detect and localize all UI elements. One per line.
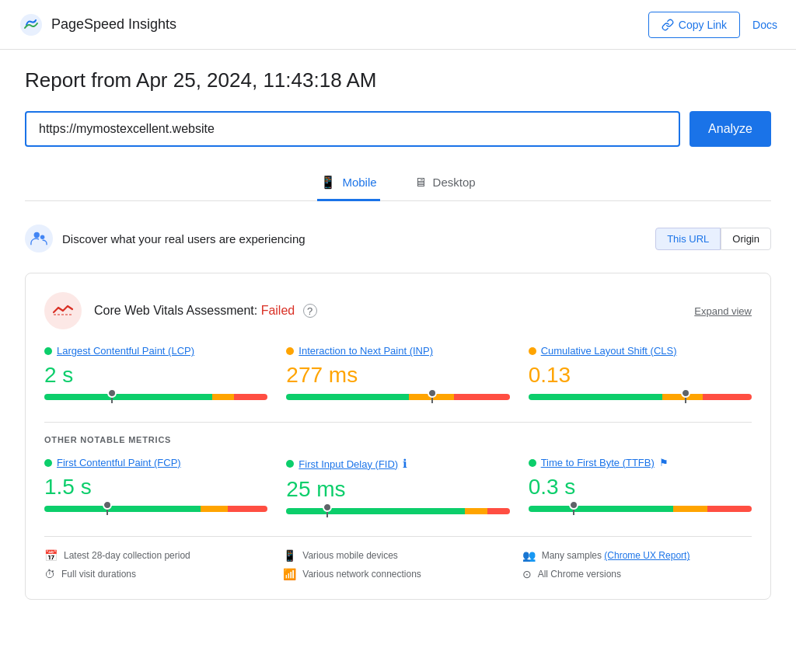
assessment-status: Failed <box>261 304 295 317</box>
metric-dot-inp <box>286 347 294 355</box>
assessment-info-icon[interactable]: ? <box>303 304 317 318</box>
crux-bar: Discover what your real users are experi… <box>25 217 771 260</box>
metric-cls: Cumulative Layout Shift (CLS) 0.13 <box>529 345 752 403</box>
metric-ttfb: Time to First Byte (TTFB) ⚑ 0.3 s <box>529 457 752 517</box>
metric-value-cls: 0.13 <box>529 363 752 388</box>
metric-link-fid[interactable]: First Input Delay (FID) <box>298 458 398 470</box>
metric-link-ttfb[interactable]: Time to First Byte (TTFB) <box>541 457 655 468</box>
metric-dot-fcp <box>44 459 52 467</box>
tab-mobile[interactable]: 📱 Mobile <box>317 169 379 201</box>
metric-bar-fcp <box>44 506 267 512</box>
metric-bar-ttfb <box>529 506 752 512</box>
footer-col-0: 📅 Latest 28-day collection period ⏱ Full… <box>44 549 274 580</box>
metric-bar-track-lcp <box>44 394 267 400</box>
metric-label-fid: First Input Delay (FID) ℹ <box>286 457 509 471</box>
footer-item-2-0: 👥 Many samples (Chrome UX Report) <box>522 549 752 562</box>
metric-fid: First Input Delay (FID) ℹ 25 ms <box>286 457 509 517</box>
bar-orange-lcp <box>212 394 235 400</box>
metric-dot-lcp <box>44 347 52 355</box>
pagespeed-logo <box>19 12 44 37</box>
footer-text-0-1: Full visit durations <box>61 569 136 580</box>
metric-value-fid: 25 ms <box>286 477 509 502</box>
url-bar: Analyze <box>25 111 771 147</box>
footer-item-2-1: ⊙ All Chrome versions <box>522 568 752 580</box>
metric-marker-fcp <box>106 503 108 515</box>
desktop-icon: 🖥 <box>414 176 427 190</box>
footer-text-2-0: Many samples (Chrome UX Report) <box>542 550 690 561</box>
bar-red-ttfb <box>707 506 752 512</box>
footer-item-0-0: 📅 Latest 28-day collection period <box>44 549 274 562</box>
copy-link-label: Copy Link <box>679 19 727 31</box>
other-metrics-grid: First Contentful Paint (FCP) 1.5 s First… <box>44 457 752 517</box>
footer-icon-1-1: 📶 <box>283 568 296 580</box>
footer-icon-0-1: ⏱ <box>44 568 55 580</box>
bar-orange-ttfb <box>673 506 707 512</box>
assessment-title: Core Web Vitals Assessment: Failed ? <box>94 304 317 319</box>
metric-value-ttfb: 0.3 s <box>529 475 752 500</box>
metric-value-inp: 277 ms <box>286 363 509 388</box>
origin-button[interactable]: Origin <box>721 228 771 250</box>
tab-desktop-label: Desktop <box>433 176 476 189</box>
bar-red-fid <box>487 508 510 514</box>
metric-link-fcp[interactable]: First Contentful Paint (FCP) <box>57 457 181 468</box>
metric-bar-track-cls <box>529 394 752 400</box>
footer-info: 📅 Latest 28-day collection period ⏱ Full… <box>44 536 752 580</box>
chrome-ux-link[interactable]: (Chrome UX Report) <box>604 550 690 561</box>
metric-bar-fid <box>286 508 509 514</box>
footer-icon-2-1: ⊙ <box>522 568 532 580</box>
metric-label-ttfb: Time to First Byte (TTFB) ⚑ <box>529 457 752 468</box>
metric-bar-track-fid <box>286 508 509 514</box>
bar-red-lcp <box>234 394 267 400</box>
link-icon <box>662 19 674 31</box>
url-input[interactable] <box>25 111 680 147</box>
app-title: PageSpeed Insights <box>51 16 176 33</box>
metric-inp: Interaction to Next Paint (INP) 277 ms <box>286 345 509 403</box>
metric-link-lcp[interactable]: Largest Contentful Paint (LCP) <box>57 345 194 357</box>
other-metrics-label: OTHER NOTABLE METRICS <box>44 435 752 444</box>
bar-green-cls <box>529 394 662 400</box>
bar-red-cls <box>703 394 752 400</box>
header: PageSpeed Insights Copy Link Docs <box>0 0 796 50</box>
metric-label-fcp: First Contentful Paint (FCP) <box>44 457 267 468</box>
crux-avatar <box>25 225 53 252</box>
cwv-icon <box>52 303 74 319</box>
metric-link-inp[interactable]: Interaction to Next Paint (INP) <box>298 345 433 357</box>
metric-lcp: Largest Contentful Paint (LCP) 2 s <box>44 345 267 403</box>
bar-green-fid <box>286 508 465 514</box>
assessment-card: Core Web Vitals Assessment: Failed ? Exp… <box>25 273 771 600</box>
assessment-title-area: Core Web Vitals Assessment: Failed ? <box>44 292 317 329</box>
tab-desktop[interactable]: 🖥 Desktop <box>411 169 479 201</box>
footer-icon-2-0: 👥 <box>522 549 536 562</box>
core-metrics-grid: Largest Contentful Paint (LCP) 2 s Inter… <box>44 345 752 403</box>
metric-value-lcp: 2 s <box>44 363 267 388</box>
metric-dot-ttfb <box>529 459 536 467</box>
docs-link[interactable]: Docs <box>752 19 777 31</box>
footer-item-0-1: ⏱ Full visit durations <box>44 568 274 580</box>
metric-label-inp: Interaction to Next Paint (INP) <box>286 345 509 357</box>
bar-red-fcp <box>228 506 268 512</box>
copy-link-button[interactable]: Copy Link <box>648 12 740 38</box>
metric-bar-track-inp <box>286 394 509 400</box>
mobile-icon: 📱 <box>320 175 336 190</box>
bar-orange-fid <box>465 508 487 514</box>
metric-dot-fid <box>286 460 294 468</box>
bar-orange-fcp <box>201 506 227 512</box>
footer-col-2: 👥 Many samples (Chrome UX Report) ⊙ All … <box>522 549 752 580</box>
header-right: Copy Link Docs <box>648 12 777 38</box>
analyze-button[interactable]: Analyze <box>690 111 771 147</box>
footer-text-1-1: Various network connections <box>302 569 421 580</box>
metric-label-cls: Cumulative Layout Shift (CLS) <box>529 345 752 357</box>
footer-col-1: 📱 Various mobile devices 📶 Various netwo… <box>283 549 512 580</box>
footer-icon-1-0: 📱 <box>283 549 296 562</box>
metric-marker-inp <box>431 391 433 403</box>
bar-green-inp <box>286 394 409 400</box>
footer-item-1-0: 📱 Various mobile devices <box>283 549 512 562</box>
crux-left: Discover what your real users are experi… <box>25 225 305 252</box>
footer-text-0-0: Latest 28-day collection period <box>64 550 190 561</box>
main-content: Report from Apr 25, 2024, 11:43:18 AM An… <box>0 50 796 618</box>
this-url-button[interactable]: This URL <box>655 228 721 250</box>
expand-view-button[interactable]: Expand view <box>694 305 752 317</box>
metric-link-cls[interactable]: Cumulative Layout Shift (CLS) <box>541 345 677 357</box>
footer-icon-0-0: 📅 <box>44 549 58 562</box>
svg-point-2 <box>40 235 45 239</box>
